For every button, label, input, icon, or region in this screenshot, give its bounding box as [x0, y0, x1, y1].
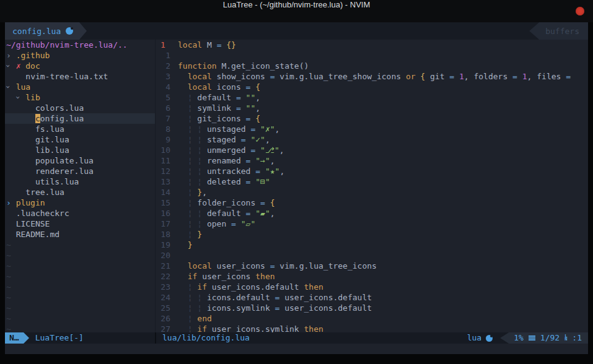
code-line[interactable]: 3 local show_icons = vim.g.lua_tree_show… [156, 71, 588, 82]
position-segment: 1% 1/92 LN :1 [500, 332, 588, 344]
line-number: 26 [156, 313, 170, 324]
tree-item-git-lua[interactable]: git.lua [5, 134, 155, 145]
code-line[interactable]: 17 ¦ ¦ open = "▱" [156, 219, 588, 229]
line-number: 20 [156, 250, 170, 261]
tree-item-lib-lua[interactable]: lib.lua [5, 145, 155, 155]
code-line[interactable]: 25 ¦ ¦ icons.symlink = user_icons.defaul… [156, 303, 588, 313]
code-line[interactable]: 10 ¦ ¦ unmerged = "⎇", [156, 145, 588, 155]
empty-line-tilde: ~ [5, 324, 155, 332]
statusline: N… LuaTree[-] lua/lib/config.lua lua 1% … [5, 332, 588, 344]
empty-line-tilde: ~ [5, 250, 155, 261]
code-line[interactable]: 14 ¦ }, [156, 187, 588, 197]
line-number: 7 [156, 113, 170, 124]
code-line[interactable]: 11 ¦ ¦ renamed = "→", [156, 155, 588, 166]
code-line[interactable]: 21 local user_icons = vim.g.lua_tree_ico… [156, 261, 588, 271]
line-number: 2 [156, 61, 170, 71]
code-line[interactable]: 26 ¦ end [156, 313, 588, 324]
code-line[interactable]: 22 if user_icons then [156, 271, 588, 282]
editor-split: ~/github/nvim-tree.lua/..› .github› ✗ do… [5, 40, 588, 332]
chevron-right-icon[interactable]: › [6, 197, 11, 208]
tree-item-label: colors.lua [35, 103, 84, 113]
tree-item-label: git.lua [35, 135, 69, 144]
tree-item-plugin[interactable]: › plugin [5, 197, 155, 208]
tree-item-config-lua[interactable]: config.lua [5, 113, 155, 124]
line-number: 1 [156, 50, 170, 61]
chevron-right-icon[interactable]: › [6, 50, 11, 61]
code-line[interactable]: 18 ¦ } [156, 229, 588, 240]
tree-item-tree-lua[interactable]: tree.lua [5, 187, 155, 197]
line-number: 3 [156, 71, 170, 82]
lua-icon [486, 335, 493, 342]
line-number: 12 [156, 166, 170, 176]
command-line[interactable] [5, 344, 588, 354]
tree-item-doc[interactable]: › ✗ doc [5, 61, 155, 71]
code-line[interactable]: 1local M = {} [156, 40, 588, 50]
code-line[interactable]: 4 local icons = { [156, 82, 588, 92]
line-number: 13 [156, 176, 170, 187]
tree-root-path[interactable]: ~/github/nvim-tree.lua/.. [5, 40, 155, 50]
tree-item-fs-lua[interactable]: fs.lua [5, 124, 155, 134]
tree-item-readme-md[interactable]: README.md [5, 229, 155, 240]
empty-line-tilde: ~ [5, 240, 155, 250]
code-line[interactable]: 20 [156, 250, 588, 261]
filetype-segment: lua [467, 332, 500, 344]
tree-item-lib[interactable]: › lib [5, 92, 155, 103]
tree-item-label: README.md [16, 230, 59, 239]
tree-item-renderer-lua[interactable]: renderer.lua [5, 166, 155, 176]
line-number: 8 [156, 124, 170, 134]
tree-item-utils-lua[interactable]: utils.lua [5, 176, 155, 187]
code-line[interactable]: 2function M.get_icon_state() [156, 61, 588, 71]
code-window: 1local M = {}12function M.get_icon_state… [156, 40, 588, 332]
tree-item-nvim-tree-lua-txt[interactable]: nvim-tree-lua.txt [5, 71, 155, 82]
cursor-position: 1/92 [540, 332, 560, 344]
mode-indicator: N… [5, 332, 24, 344]
line-number: 4 [156, 82, 170, 92]
lua-icon [66, 27, 73, 35]
code-line[interactable]: 15 ¦ folder_icons = { [156, 197, 588, 208]
chevron-down-icon[interactable]: › [5, 85, 14, 90]
tree-item--luacheckrc[interactable]: .luacheckrc [5, 208, 155, 219]
tree-item-populate-lua[interactable]: populate.lua [5, 155, 155, 166]
tree-item-label: renderer.lua [35, 167, 94, 176]
line-number: 17 [156, 219, 170, 229]
line-number: 21 [156, 261, 170, 271]
code-line[interactable]: 1 [156, 50, 588, 61]
code-line[interactable]: 12 ¦ ¦ untracked = "★", [156, 166, 588, 176]
tree-item-lua[interactable]: › lua [5, 82, 155, 92]
close-button[interactable] [576, 7, 584, 15]
line-number: 15 [156, 197, 170, 208]
tree-item-label: .github [16, 51, 50, 60]
code-line[interactable]: 24 ¦ ¦ icons.default = user_icons.defaul… [156, 292, 588, 303]
code-line[interactable]: 23 ¦ if user_icons.default then [156, 282, 588, 292]
code-line[interactable]: 27 ¦ if user_icons.symlink then [156, 324, 588, 332]
code-line[interactable]: 9 ¦ ¦ staged = "✓", [156, 134, 588, 145]
file-path: lua/lib/config.lua [156, 332, 250, 344]
tree-item-label: utils.lua [35, 177, 79, 186]
code-line[interactable]: 8 ¦ ¦ unstaged = "✗", [156, 124, 588, 134]
file-tree: ~/github/nvim-tree.lua/..› .github› ✗ do… [5, 40, 156, 332]
tree-item-label: lua [16, 82, 30, 92]
window-title: LuaTree - (~/github/nvim-tree.lua) - NVI… [0, 0, 593, 9]
line-number: 9 [156, 134, 170, 145]
chevron-down-icon[interactable]: › [5, 64, 14, 69]
line-number: 27 [156, 324, 170, 332]
code-line[interactable]: 7 ¦ git_icons = { [156, 113, 588, 124]
buffers-label[interactable]: buffers [529, 22, 588, 40]
empty-line-tilde: ~ [5, 303, 155, 313]
code-line[interactable]: 5 ¦ default = "", [156, 92, 588, 103]
tree-item-license[interactable]: LICENSE [5, 219, 155, 229]
code-line[interactable]: 16 ¦ ¦ default = "▰", [156, 208, 588, 219]
tree-item-label: lib [25, 93, 40, 102]
tab-config-lua[interactable]: config.lua [5, 22, 79, 40]
chevron-down-icon[interactable]: › [13, 95, 24, 100]
code-line[interactable]: 13 ¦ ¦ deleted = "⊟" [156, 176, 588, 187]
cursor-column: :1 [572, 332, 582, 344]
tab-label: config.lua [12, 27, 61, 36]
code-line[interactable]: 6 ¦ symlink = "", [156, 103, 588, 113]
tree-item--github[interactable]: › .github [5, 50, 155, 61]
line-number: 18 [156, 229, 170, 240]
tabline: config.lua buffers [5, 22, 588, 40]
mode-arrow-separator [24, 332, 29, 344]
tree-item-colors-lua[interactable]: colors.lua [5, 103, 155, 113]
code-line[interactable]: 19 } [156, 240, 588, 250]
